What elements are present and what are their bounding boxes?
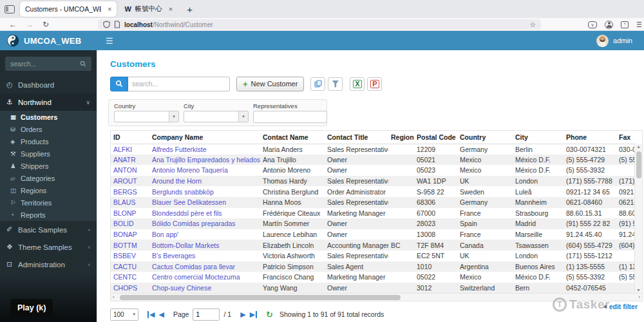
table-row[interactable]: BOLIDBólido Comidas preparadasMartín Som…: [111, 218, 634, 229]
table-row[interactable]: CHOPSChop-suey ChineseYang WangOwner3012…: [111, 283, 634, 293]
cell-id[interactable]: BLONP: [111, 208, 149, 219]
excel-export-button[interactable]: X: [350, 77, 365, 91]
cell-id[interactable]: CACTU: [111, 261, 149, 272]
table-row[interactable]: BSBEVB's BeveragesVictoria AshworthSales…: [111, 251, 634, 261]
next-page-button[interactable]: ▶: [240, 311, 245, 318]
scroll-up-icon[interactable]: ▲: [635, 144, 642, 149]
table-row[interactable]: CACTUCactus Comidas para llevarPatricio …: [111, 261, 634, 272]
table-row[interactable]: AROUTAround the HornThomas HardySales Re…: [111, 176, 634, 187]
filter-input-representatives[interactable]: [253, 111, 327, 123]
cell-company-name[interactable]: Bon app': [149, 229, 260, 240]
scroll-down-icon[interactable]: ▼: [635, 288, 642, 292]
sidebar-item-categories[interactable]: ▱Categories: [0, 172, 97, 184]
column-header-postal-code[interactable]: Postal Code: [414, 131, 457, 144]
cell-id[interactable]: ALFKI: [111, 144, 149, 155]
filter-select-country[interactable]: ▾: [114, 111, 179, 122]
cell-id[interactable]: CHOPS: [111, 283, 149, 293]
back-icon[interactable]: ←: [9, 20, 17, 29]
sidebar-item-regions[interactable]: ◫Regions: [0, 184, 97, 196]
pocket-icon[interactable]: ∨: [588, 21, 597, 28]
table-row[interactable]: BLONPBlondesddsl père et filsFrédérique …: [111, 208, 634, 219]
reload-icon[interactable]: ↻: [43, 20, 49, 29]
sidebar-item-territories[interactable]: ⚐Territories: [0, 196, 97, 209]
cell-company-name[interactable]: Alfreds Futterkiste: [149, 144, 260, 155]
sidebar-item-customers[interactable]: ▦Customers: [0, 111, 97, 123]
column-header-company-name[interactable]: Company Name: [149, 131, 260, 144]
cell-id[interactable]: AROUT: [111, 176, 149, 187]
refresh-icon[interactable]: ↻: [266, 310, 273, 319]
column-header-country[interactable]: Country: [457, 131, 513, 144]
copy-button[interactable]: [310, 77, 325, 91]
edit-filter-label[interactable]: edit filter: [609, 303, 638, 310]
prev-page-button[interactable]: ◀: [158, 311, 164, 318]
sidebar-search[interactable]: [5, 57, 91, 71]
sidebar-item-administration[interactable]: ⊡Administration‹: [0, 256, 97, 273]
close-icon[interactable]: ×: [108, 5, 111, 13]
sidebar-item-northwind[interactable]: ⚓Northwind∨: [0, 93, 97, 111]
column-header-contact-title[interactable]: Contact Title: [325, 131, 388, 144]
browser-tab-account-center[interactable]: W 帳號中心 ×: [119, 1, 178, 17]
browser-tab-customers[interactable]: Customers - UMCOA_WEB ×: [20, 1, 117, 17]
vertical-scroll-thumb[interactable]: [636, 151, 641, 178]
cell-id[interactable]: CENTC: [111, 272, 149, 283]
cell-company-name[interactable]: Ana Trujillo Emparedados y helados: [149, 155, 260, 166]
cell-id[interactable]: BSBEV: [111, 251, 149, 261]
sidebar-item-orders[interactable]: ⛁Orders: [0, 123, 97, 135]
grid-search-input[interactable]: [128, 77, 230, 91]
first-page-button[interactable]: ◀: [147, 311, 155, 318]
table-row[interactable]: BLAUSBlauer See DelikatessenHanna MoosSa…: [111, 197, 634, 208]
scroll-right-icon[interactable]: ›: [638, 294, 640, 301]
column-header-contact-name[interactable]: Contact Name: [260, 131, 325, 144]
cell-company-name[interactable]: Centro comercial Moctezuma: [149, 272, 260, 283]
sidebar-item-suppliers[interactable]: ⚒Suppliers: [0, 147, 97, 160]
new-tab-button[interactable]: +: [187, 4, 193, 15]
menu-icon[interactable]: ☰: [636, 21, 641, 29]
cell-company-name[interactable]: Bottom-Dollar Markets: [149, 240, 260, 251]
sidebar-search-input[interactable]: [10, 60, 80, 68]
new-customer-button[interactable]: + New Customer: [236, 77, 304, 91]
cell-company-name[interactable]: Chop-suey Chinese: [149, 283, 260, 293]
table-row[interactable]: ANTONAntonio Moreno TaqueríaAntonio More…: [111, 165, 634, 176]
cell-company-name[interactable]: Berglunds snabbköp: [149, 186, 260, 197]
firefox-view-icon[interactable]: [5, 5, 15, 14]
filter-select-city[interactable]: ▾: [184, 111, 249, 122]
table-row[interactable]: BERGSBerglunds snabbköpChristina Berglun…: [111, 186, 634, 197]
chevron-down-icon[interactable]: ▾: [169, 111, 178, 122]
cell-company-name[interactable]: Blauer See Delikatessen: [149, 197, 260, 208]
column-header-phone[interactable]: Phone: [564, 131, 616, 144]
table-row[interactable]: CENTCCentro comercial MoctezumaFrancisco…: [111, 272, 634, 283]
close-icon[interactable]: ×: [169, 5, 173, 13]
column-header-city[interactable]: City: [513, 131, 564, 144]
cell-company-name[interactable]: Bólido Comidas preparadas: [149, 218, 260, 229]
share-icon[interactable]: ↑: [621, 21, 629, 28]
last-page-button[interactable]: ▶: [250, 311, 257, 318]
user-menu[interactable]: admin: [596, 35, 644, 47]
url-bar[interactable]: localhost/Northwind/Customer ☆: [98, 19, 541, 30]
sidebar-item-reports[interactable]: ◔Reports: [0, 209, 97, 221]
cell-id[interactable]: BLAUS: [111, 197, 149, 208]
cell-company-name[interactable]: Cactus Comidas para llevar: [149, 261, 260, 272]
cell-company-name[interactable]: B's Beverages: [149, 251, 260, 261]
cell-id[interactable]: BOTTM: [111, 240, 149, 251]
column-header-region[interactable]: Region: [388, 131, 414, 144]
sidebar-item-theme-samples[interactable]: ❖Theme Samples‹: [0, 238, 97, 256]
cell-id[interactable]: BOLID: [111, 218, 149, 229]
chevron-down-icon[interactable]: ▾: [238, 111, 248, 122]
table-row[interactable]: ALFKIAlfreds FutterkisteMaria AndersSale…: [111, 144, 634, 155]
cell-id[interactable]: ANTON: [111, 165, 149, 176]
vertical-scrollbar[interactable]: ▲ ▼: [634, 144, 642, 293]
scroll-left-icon[interactable]: ‹: [113, 294, 115, 301]
table-row[interactable]: ANATRAna Trujillo Emparedados y heladosA…: [111, 155, 634, 166]
column-header-fax[interactable]: Fax: [616, 131, 634, 144]
sidebar-toggle-icon[interactable]: ☰: [106, 36, 113, 46]
sidebar-item-basic-samples[interactable]: ✐Basic Samples‹: [0, 221, 97, 238]
sidebar-item-shippers[interactable]: ♟Shippers: [0, 160, 97, 172]
forward-icon[interactable]: →: [26, 20, 33, 29]
table-row[interactable]: BONAPBon app'Laurence LebihanOwner13008F…: [111, 229, 634, 240]
cell-company-name[interactable]: Antonio Moreno Taquería: [149, 165, 260, 176]
cell-id[interactable]: BERGS: [111, 186, 149, 197]
cell-id[interactable]: BONAP: [111, 229, 149, 240]
page-number-input[interactable]: [193, 308, 220, 321]
sidebar-item-dashboard[interactable]: ◴Dashboard: [0, 76, 97, 93]
search-button[interactable]: [110, 77, 128, 91]
